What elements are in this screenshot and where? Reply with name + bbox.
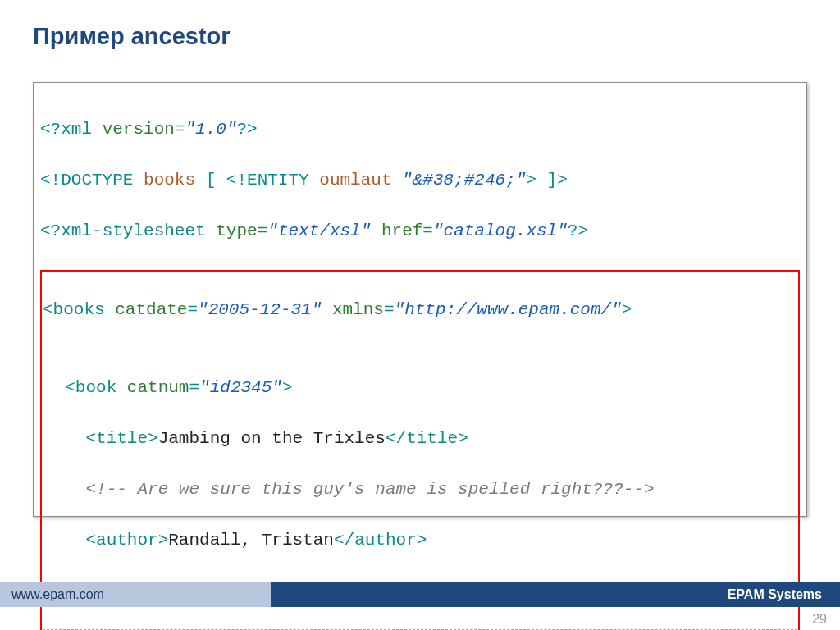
code-line: <!DOCTYPE books [ <!ENTITY oumlaut "&#38…	[40, 167, 800, 193]
tag: title	[96, 429, 148, 448]
punct: <	[85, 429, 96, 448]
punct: >	[417, 531, 427, 550]
value: "&#38;#246;"	[402, 171, 526, 189]
tag: xml-stylesheet	[61, 221, 205, 240]
eq: =	[384, 300, 395, 319]
value: "2005-12-31"	[198, 300, 322, 319]
punct: > ]>	[526, 171, 567, 189]
punct: ?>	[568, 221, 588, 240]
punct: <!ENTITY	[226, 171, 319, 189]
code-line: <?xml version="1.0"?>	[40, 116, 800, 142]
footer-company: EPAM Systems	[271, 582, 840, 607]
tag: books	[53, 300, 105, 319]
attr: href	[381, 221, 422, 240]
space	[105, 300, 116, 319]
attr: catnum	[127, 378, 189, 397]
space	[322, 300, 332, 319]
punct: <	[43, 300, 53, 319]
space	[92, 120, 103, 139]
attr: type	[216, 221, 257, 240]
punct: <!DOCTYPE	[40, 171, 144, 189]
value: "text/xsl"	[267, 221, 371, 240]
code-line: <author>Randall, Tristan</author>	[44, 527, 796, 553]
value: "http://www.epam.com/"	[395, 300, 622, 319]
punct: <?	[40, 221, 61, 240]
value: "catalog.xsl"	[433, 221, 568, 240]
space	[116, 378, 127, 397]
punct: ?>	[236, 120, 257, 139]
tag: author	[96, 531, 158, 550]
slide: Пример ancestor <?xml version="1.0"?> <!…	[0, 0, 840, 630]
code-line: <book catnum="id2345">	[44, 375, 796, 400]
eq: =	[187, 300, 198, 319]
code-block: <?xml version="1.0"?> <!DOCTYPE books [ …	[40, 91, 800, 630]
punct: >	[158, 531, 169, 550]
space	[371, 221, 381, 240]
eq: =	[422, 221, 433, 240]
code-line: <title>Jambing on the Trixles</title>	[44, 426, 796, 451]
attr: version	[103, 120, 175, 139]
footer-url: www.epam.com	[0, 582, 271, 607]
tag: author	[354, 531, 417, 550]
footer: www.epam.com EPAM Systems	[0, 582, 840, 607]
keyword: oumlaut	[319, 171, 391, 189]
code-line: <books catdate="2005-12-31" xmlns="http:…	[43, 297, 797, 322]
eq: =	[175, 120, 185, 139]
attr: catdate	[115, 300, 187, 319]
slide-title: Пример ancestor	[33, 23, 231, 50]
punct: <	[85, 531, 96, 550]
value: "id2345"	[199, 378, 282, 397]
tag: book	[75, 378, 116, 397]
indent	[44, 378, 65, 397]
punct: </	[386, 429, 406, 448]
punct: >	[148, 429, 158, 448]
eq: =	[189, 378, 199, 397]
text: Jambing on the Trixles	[158, 429, 386, 448]
code-line: <?xml-stylesheet type="text/xsl" href="c…	[40, 218, 800, 244]
indent	[44, 480, 85, 499]
page-number: 29	[812, 612, 827, 627]
space	[392, 171, 403, 189]
indent	[44, 429, 85, 448]
value: "1.0"	[185, 120, 236, 139]
attr: xmlns	[332, 300, 384, 319]
text: Randall, Tristan	[168, 531, 334, 550]
comment: <!-- Are we sure this guy's name is spel…	[85, 480, 654, 499]
space	[206, 221, 217, 240]
punct: >	[458, 429, 468, 448]
punct: [	[195, 171, 226, 189]
punct: </	[334, 531, 354, 550]
tag: title	[406, 429, 458, 448]
punct: >	[282, 378, 293, 397]
punct: >	[622, 300, 632, 319]
code-line: <!-- Are we sure this guy's name is spel…	[44, 477, 796, 502]
keyword: books	[144, 171, 195, 189]
punct: <	[65, 378, 75, 397]
code-frame: <?xml version="1.0"?> <!DOCTYPE books [ …	[33, 82, 807, 517]
punct: <?	[40, 120, 61, 139]
ancestor-highlight: <books catdate="2005-12-31" xmlns="http:…	[40, 270, 800, 630]
tag: xml	[61, 120, 92, 139]
eq: =	[258, 221, 268, 240]
indent	[44, 531, 85, 550]
